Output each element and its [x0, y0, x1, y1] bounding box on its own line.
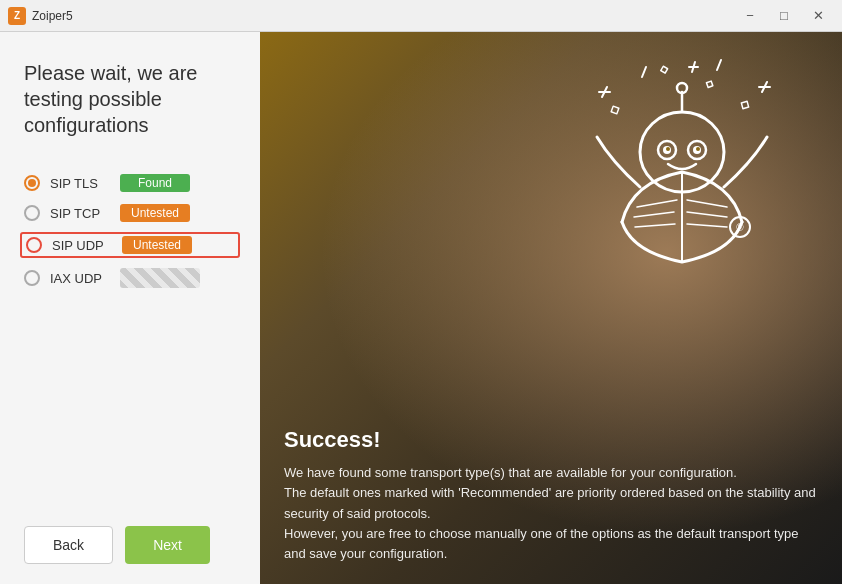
titlebar: Z Zoiper5 − □ ✕	[0, 0, 842, 32]
back-button[interactable]: Back	[24, 526, 113, 564]
status-badge-sip-udp: Untested	[122, 236, 192, 254]
label-sip-tcp: SIP TCP	[50, 206, 110, 221]
svg-text:©: ©	[736, 222, 744, 233]
next-button[interactable]: Next	[125, 526, 210, 564]
radio-sip-udp[interactable]	[26, 237, 42, 253]
success-text: We have found some transport type(s) tha…	[284, 463, 818, 564]
svg-line-2	[634, 212, 674, 217]
radio-sip-tcp[interactable]	[24, 205, 40, 221]
svg-rect-25	[706, 81, 712, 87]
config-item-sip-tls[interactable]: SIP TLSFound	[24, 174, 236, 192]
status-badge-sip-tcp: Untested	[120, 204, 190, 222]
success-title: Success!	[284, 427, 818, 453]
svg-line-21	[717, 60, 721, 70]
svg-point-13	[696, 147, 700, 151]
svg-rect-22	[611, 106, 619, 114]
success-area: Success! We have found some transport ty…	[284, 427, 818, 564]
config-options: SIP TLSFoundSIP TCPUntestedSIP UDPUntest…	[24, 174, 236, 288]
radio-iax-udp[interactable]	[24, 270, 40, 286]
svg-line-6	[687, 224, 727, 227]
svg-line-3	[635, 224, 675, 227]
app-icon: Z	[8, 7, 26, 25]
label-sip-tls: SIP TLS	[50, 176, 110, 191]
config-item-iax-udp[interactable]: IAX UDP	[24, 268, 236, 288]
svg-line-20	[642, 67, 646, 77]
label-iax-udp: IAX UDP	[50, 271, 110, 286]
maximize-button[interactable]: □	[768, 4, 800, 28]
app-title: Zoiper5	[32, 9, 734, 23]
window-controls: − □ ✕	[734, 4, 834, 28]
svg-line-4	[687, 200, 727, 207]
bottom-buttons: Back Next	[24, 526, 236, 564]
svg-point-12	[666, 147, 670, 151]
status-badge-sip-tls: Found	[120, 174, 190, 192]
left-panel: Please wait, we are testing possible con…	[0, 32, 260, 584]
config-item-sip-tcp[interactable]: SIP TCPUntested	[24, 204, 236, 222]
panel-title: Please wait, we are testing possible con…	[24, 60, 236, 138]
close-button[interactable]: ✕	[802, 4, 834, 28]
config-item-sip-udp[interactable]: SIP UDPUntested	[20, 232, 240, 258]
main-container: Please wait, we are testing possible con…	[0, 32, 842, 584]
radio-sip-tls[interactable]	[24, 175, 40, 191]
svg-line-1	[637, 200, 677, 207]
svg-rect-24	[661, 66, 668, 73]
svg-rect-23	[741, 101, 748, 108]
minimize-button[interactable]: −	[734, 4, 766, 28]
illustration: ©	[542, 42, 822, 322]
status-loading-iax-udp	[120, 268, 200, 288]
right-panel: © Success! We have found some transport …	[260, 32, 842, 584]
svg-line-5	[687, 212, 727, 217]
label-sip-udp: SIP UDP	[52, 238, 112, 253]
